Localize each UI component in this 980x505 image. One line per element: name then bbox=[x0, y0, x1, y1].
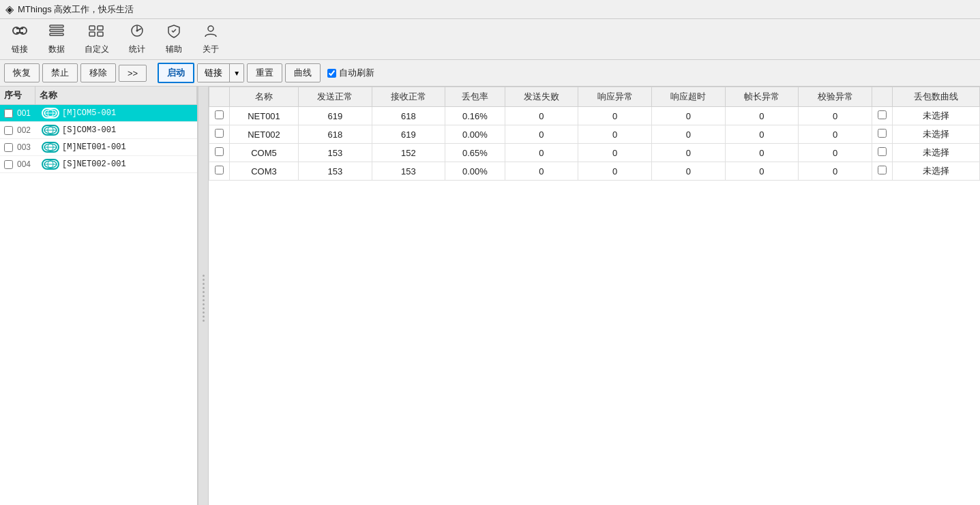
toolbar-data-label: 数据 bbox=[48, 44, 65, 55]
row-name: COM5 bbox=[230, 144, 299, 162]
row-curve-checkbox-cell[interactable] bbox=[872, 162, 892, 181]
row-send-fail: 0 bbox=[505, 125, 578, 144]
row-recv-ok: 153 bbox=[372, 162, 445, 181]
table-row[interactable]: COM3 153 153 0.00% 0 0 0 0 0 未选择 bbox=[209, 162, 980, 181]
disable-button[interactable]: 禁止 bbox=[42, 63, 78, 82]
custom-icon bbox=[88, 23, 106, 42]
row-curve-checkbox-cell[interactable] bbox=[872, 125, 892, 144]
more-button[interactable]: >> bbox=[119, 65, 147, 82]
list-item-seq: 004 bbox=[17, 159, 39, 169]
row-name: NET002 bbox=[230, 125, 299, 144]
remove-button[interactable]: 移除 bbox=[80, 63, 116, 82]
row-curve-checkbox-cell[interactable] bbox=[872, 107, 892, 125]
restore-button[interactable]: 恢复 bbox=[4, 63, 40, 82]
toolbar-assist-btn[interactable]: 辅助 bbox=[161, 22, 187, 57]
assist-icon bbox=[165, 23, 183, 42]
row-resp-err: 0 bbox=[578, 162, 652, 181]
left-panel-header: 序号 名称 bbox=[0, 87, 197, 105]
row-check-err: 0 bbox=[799, 107, 872, 125]
row-checkbox[interactable] bbox=[215, 110, 224, 119]
toolbar-custom-btn[interactable]: 自定义 bbox=[80, 22, 113, 57]
col-curve-check-header bbox=[872, 87, 892, 107]
svg-rect-10 bbox=[98, 32, 103, 36]
svg-rect-6 bbox=[50, 33, 63, 35]
list-item[interactable]: 002 [S]COM3-001 bbox=[0, 122, 197, 139]
stats-table-body: NET001 619 618 0.16% 0 0 0 0 0 未选择 NET00… bbox=[209, 107, 980, 181]
list-item[interactable]: 004 [S]NET002-001 bbox=[0, 156, 197, 173]
row-curve: 未选择 bbox=[892, 125, 979, 144]
list-item-checkbox[interactable] bbox=[4, 143, 13, 152]
row-checkbox[interactable] bbox=[215, 166, 224, 174]
link-main-button[interactable]: 链接 bbox=[198, 64, 229, 82]
row-checkbox-cell[interactable] bbox=[209, 125, 230, 144]
auto-refresh-checkbox[interactable] bbox=[327, 69, 336, 78]
row-send-ok: 153 bbox=[298, 162, 372, 181]
toolbar-data-btn[interactable]: 数据 bbox=[44, 22, 70, 57]
list-item[interactable]: 003 [M]NET001-001 bbox=[0, 139, 197, 156]
app-icon: ◈ bbox=[5, 3, 14, 16]
row-recv-ok: 619 bbox=[372, 125, 445, 144]
radio-icon bbox=[42, 159, 59, 170]
about-icon bbox=[202, 23, 220, 42]
row-resp-timeout: 0 bbox=[651, 125, 725, 144]
row-curve: 未选择 bbox=[892, 107, 979, 125]
reset-button[interactable]: 重置 bbox=[247, 63, 282, 82]
table-row[interactable]: COM5 153 152 0.65% 0 0 0 0 0 未选择 bbox=[209, 144, 980, 162]
row-loss-rate: 0.00% bbox=[445, 162, 505, 181]
radio-icon bbox=[42, 125, 59, 136]
app-name: MThings 高效工作，快乐生活 bbox=[18, 3, 134, 16]
col-seq-header: 序号 bbox=[0, 87, 35, 104]
main-content: 序号 名称 001 [M]COM5-001 002 bbox=[0, 87, 980, 505]
col-checkbox-header bbox=[209, 87, 230, 107]
actionbar: 恢复 禁止 移除 >> 启动 链接 ▼ 重置 曲线 自动刷新 bbox=[0, 60, 980, 87]
link-dropdown-button[interactable]: ▼ bbox=[229, 64, 243, 82]
col-name-header: 名称 bbox=[35, 87, 197, 104]
col-check-err-header: 校验异常 bbox=[799, 87, 872, 107]
row-checkbox-cell[interactable] bbox=[209, 162, 230, 181]
table-row[interactable]: NET002 618 619 0.00% 0 0 0 0 0 未选择 bbox=[209, 125, 980, 144]
row-loss-rate: 0.16% bbox=[445, 107, 505, 125]
toolbar-about-label: 关于 bbox=[203, 44, 219, 55]
row-resp-err: 0 bbox=[578, 107, 652, 125]
row-frame-err: 0 bbox=[725, 162, 799, 181]
list-item-checkbox[interactable] bbox=[4, 160, 13, 169]
list-item-checkbox[interactable] bbox=[4, 109, 13, 118]
row-resp-timeout: 0 bbox=[651, 144, 725, 162]
row-checkbox[interactable] bbox=[215, 129, 224, 138]
row-recv-ok: 152 bbox=[372, 144, 445, 162]
toolbar-link-btn[interactable]: 链接 bbox=[7, 22, 33, 57]
row-checkbox-cell[interactable] bbox=[209, 144, 230, 162]
curve-button[interactable]: 曲线 bbox=[285, 63, 321, 82]
list-item-label: [S]COM3-001 bbox=[62, 125, 116, 135]
toolbar-about-btn[interactable]: 关于 bbox=[198, 22, 224, 57]
row-frame-err: 0 bbox=[725, 125, 799, 144]
row-checkbox-cell[interactable] bbox=[209, 107, 230, 125]
left-list: 001 [M]COM5-001 002 bbox=[0, 105, 197, 505]
row-curve-checkbox[interactable] bbox=[878, 166, 887, 174]
left-panel: 序号 名称 001 [M]COM5-001 002 bbox=[0, 87, 198, 505]
list-item-seq: 003 bbox=[17, 142, 39, 152]
auto-refresh-toggle[interactable]: 自动刷新 bbox=[327, 67, 374, 79]
row-send-ok: 153 bbox=[298, 144, 372, 162]
list-item-checkbox[interactable] bbox=[4, 126, 13, 135]
col-resp-timeout-header: 响应超时 bbox=[651, 87, 725, 107]
row-curve-checkbox[interactable] bbox=[878, 110, 887, 119]
col-recv-ok-header: 接收正常 bbox=[372, 87, 445, 107]
panel-divider[interactable] bbox=[198, 87, 209, 505]
titlebar: ◈ MThings 高效工作，快乐生活 bbox=[0, 0, 980, 19]
row-check-err: 0 bbox=[799, 162, 872, 181]
link-split-button[interactable]: 链接 ▼ bbox=[197, 63, 244, 82]
col-send-fail-header: 发送失败 bbox=[505, 87, 578, 107]
col-frame-err-header: 帧长异常 bbox=[725, 87, 799, 107]
row-recv-ok: 618 bbox=[372, 107, 445, 125]
row-check-err: 0 bbox=[799, 125, 872, 144]
list-item[interactable]: 001 [M]COM5-001 bbox=[0, 105, 197, 122]
table-row[interactable]: NET001 619 618 0.16% 0 0 0 0 0 未选择 bbox=[209, 107, 980, 125]
row-curve-checkbox[interactable] bbox=[878, 147, 887, 156]
row-checkbox[interactable] bbox=[215, 147, 224, 156]
toolbar-stats-btn[interactable]: 统计 bbox=[124, 22, 150, 57]
row-curve-checkbox[interactable] bbox=[878, 129, 887, 138]
start-button[interactable]: 启动 bbox=[158, 63, 194, 83]
toolbar-link-label: 链接 bbox=[12, 44, 28, 55]
row-curve-checkbox-cell[interactable] bbox=[872, 144, 892, 162]
